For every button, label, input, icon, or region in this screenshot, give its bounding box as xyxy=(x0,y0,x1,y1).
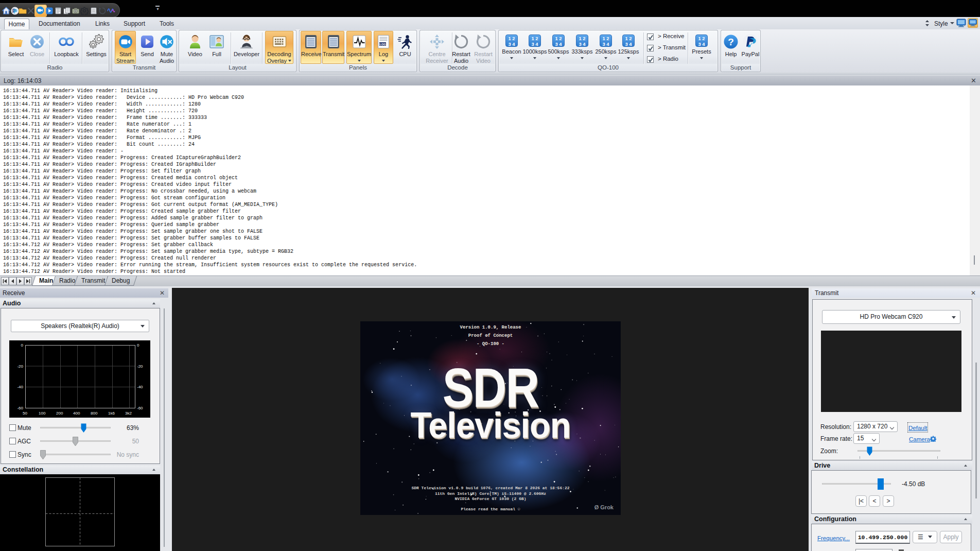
svg-text:?: ? xyxy=(728,37,734,47)
svg-text:LOG: LOG xyxy=(380,43,386,46)
svg-text:<?>: <?> xyxy=(244,41,249,44)
svg-text:P: P xyxy=(13,9,17,14)
